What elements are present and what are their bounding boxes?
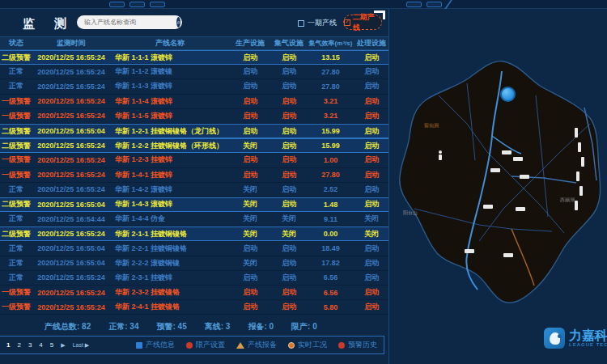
map-marker-bubble[interactable] (500, 87, 516, 102)
table-row[interactable]: 一级预警2020/12/25 16:55:24华新 1-2-3 挂镀锌启动启动1… (0, 153, 388, 167)
next-page-icon[interactable]: ▶ (61, 342, 65, 349)
cell-prod: 关闭 (230, 214, 270, 224)
table-row[interactable]: 正常2020/12/25 16:55:24华新 1-1-2 滚镀镍启动启动27.… (0, 65, 388, 79)
legend-产线报备[interactable]: 产线报备 (236, 340, 277, 350)
cell-gas: 启动 (270, 302, 308, 312)
table-row[interactable]: 正常2020/12/25 16:54:44华新 1-4-4 仿金关闭关闭9.11… (0, 212, 388, 226)
page-button[interactable]: 3 (28, 341, 32, 349)
top-tab-deco (109, 2, 125, 7)
legend-限产设置[interactable]: 限产设置 (186, 340, 225, 350)
cell-gas: 启动 (270, 154, 308, 165)
cell-treat: 启动 (354, 141, 389, 151)
district-map (390, 47, 607, 322)
legend-实时工况[interactable]: 实时工况 (288, 340, 327, 350)
summary-value: 0 (312, 322, 317, 331)
cell-name: 华新 2-3-1 挂镀锌 (110, 273, 230, 283)
cell-status: 一级预警 (0, 302, 32, 312)
map-panel[interactable]: 留仙洞阳台山西丽湖 (390, 9, 607, 364)
cell-gas: 启动 (270, 141, 308, 151)
summary-label: 报备: (248, 322, 269, 331)
summary-item: 限产: 0 (291, 321, 317, 332)
cell-gas: 启动 (270, 243, 308, 254)
cell-status: 二级预警 (0, 199, 32, 210)
cell-status: 正常 (0, 81, 32, 91)
cell-treat: 关闭 (354, 214, 389, 224)
cell-gas: 启动 (270, 111, 308, 121)
table-header: 状态 监测时间 产线名称 生产设施 集气设施 集气效率(m³/s) 处理设施 (0, 36, 388, 50)
table-row[interactable]: 二级预警2020/12/25 16:55:24华新 1-2-2 挂镀铜镍铬（环形… (0, 138, 388, 153)
cell-prod: 启动 (230, 287, 270, 298)
cell-eff: 18.49 (308, 244, 354, 252)
cell-eff: 15.99 (308, 127, 354, 135)
table-row[interactable]: 二级预警2020/12/25 16:55:04华新 1-4-3 滚镀锌关闭启动1… (0, 197, 388, 212)
cell-time: 2020/12/25 16:55:24 (32, 303, 110, 311)
triangle-icon (236, 342, 244, 349)
table-row[interactable]: 正常2020/12/25 16:55:24华新 2-3-1 挂镀锌启动启动6.5… (0, 271, 388, 286)
cell-eff: 27.80 (308, 83, 354, 91)
cell-eff: 3.21 (308, 97, 354, 105)
cell-gas: 启动 (270, 258, 308, 269)
col-treatment: 处理设施 (354, 38, 389, 49)
table-row[interactable]: 一级预警2020/12/25 16:55:24华新 2-4-1 挂镀镍铬启动启动… (0, 300, 388, 315)
summary-label: 预警: (156, 322, 177, 331)
cell-prod: 启动 (230, 66, 270, 77)
legend-label: 产线报备 (248, 340, 277, 350)
cell-name: 华新 2-3-2 挂镀镍铬 (110, 287, 230, 298)
cell-prod: 启动 (230, 154, 270, 165)
cell-name: 华新 2-2-2 滚镀铜镍 (110, 258, 230, 269)
cell-treat: 启动 (354, 273, 389, 283)
legend-预警历史[interactable]: 预警历史 (338, 340, 377, 350)
top-tab-deco (427, 2, 442, 7)
last-page-button[interactable]: Last ▶ (73, 342, 90, 349)
circle-icon (186, 342, 193, 349)
cell-status: 一级预警 (0, 287, 32, 298)
table-row[interactable]: 二级预警2020/12/25 16:55:24华新 2-1-1 挂镀铜镍铬关闭关… (0, 226, 388, 241)
circle-icon (338, 342, 345, 349)
bottom-bar: 12345▶Last ▶ 产线信息限产设置产线报备实时工况预警历史 (0, 336, 384, 354)
table-row[interactable]: 二级预警2020/12/25 16:55:24华新 1-1-1 滚镀锌启动启动1… (0, 50, 388, 65)
cell-prod: 关闭 (230, 199, 270, 210)
table-row[interactable]: 一级预警2020/12/25 16:55:24华新 2-3-2 挂镀镍铬启动启动… (0, 286, 388, 300)
cell-time: 2020/12/25 16:55:04 (32, 244, 110, 252)
cell-status: 正常 (0, 258, 32, 269)
cell-prod: 启动 (230, 111, 270, 121)
cell-status: 二级预警 (0, 141, 32, 151)
legend-产线信息[interactable]: 产线信息 (136, 340, 175, 350)
legend-label: 产线信息 (146, 340, 175, 350)
cell-eff: 0.00 (308, 230, 354, 238)
cell-name: 华新 1-2-3 挂镀锌 (110, 154, 230, 165)
legend-bar: 产线信息限产设置产线报备实时工况预警历史 (136, 340, 377, 350)
table-row[interactable]: 正常2020/12/25 16:55:24华新 1-1-3 滚镀锌启动启动27.… (0, 79, 388, 94)
cell-name: 华新 1-4-1 挂镀锌 (110, 170, 230, 180)
cell-prod: 启动 (230, 273, 270, 283)
cell-treat: 启动 (354, 154, 389, 165)
table-row[interactable]: 一级预警2020/12/25 16:55:24华新 1-1-5 滚镀锌启动启动3… (0, 109, 388, 124)
page-button[interactable]: 2 (17, 341, 20, 349)
table-row[interactable]: 一级预警2020/12/25 16:55:24华新 1-4-1 挂镀锌启动启动2… (0, 168, 388, 183)
cell-prod: 关闭 (230, 258, 270, 269)
page-button[interactable]: 4 (39, 341, 42, 349)
search-input[interactable] (77, 19, 176, 26)
search-icon[interactable]: ⌕ (176, 17, 180, 28)
table-row[interactable]: 正常2020/12/25 16:55:04华新 2-2-2 滚镀铜镍关闭启动17… (0, 256, 388, 271)
table-row[interactable]: 正常2020/12/25 16:55:24华新 1-4-2 滚镀锌关闭启动2.5… (0, 183, 388, 197)
cell-name: 华新 2-4-1 挂镀镍铬 (110, 302, 230, 312)
cell-name: 华新 1-1-2 滚镀镍 (110, 66, 230, 77)
legend-label: 预警历史 (348, 340, 377, 350)
page-button[interactable]: 1 (6, 341, 10, 349)
table-row[interactable]: 正常2020/12/25 16:55:04华新 2-2-1 挂镀铜镍铬启动启动1… (0, 241, 388, 256)
cell-time: 2020/12/25 16:55:24 (32, 156, 110, 164)
table-row[interactable]: 二级预警2020/12/25 16:55:04华新 1-2-1 挂镀铜镍铬（龙门… (0, 124, 388, 138)
phase1-checkbox[interactable]: 一期产线 (298, 18, 337, 28)
table-row[interactable]: 一级预警2020/12/25 16:55:24华新 1-1-4 滚镀锌启动启动3… (0, 95, 388, 109)
page-button[interactable]: 5 (50, 341, 53, 349)
cell-name: 华新 1-1-4 滚镀锌 (110, 96, 230, 107)
cell-name: 华新 1-1-1 滚镀锌 (110, 53, 230, 63)
cell-treat: 启动 (354, 243, 389, 254)
cell-name: 华新 1-1-5 滚镀锌 (110, 111, 230, 121)
cell-time: 2020/12/25 16:55:24 (32, 97, 110, 105)
cell-treat: 启动 (354, 199, 389, 210)
cell-eff: 27.80 (308, 68, 354, 76)
top-strip (0, 0, 607, 9)
gauge-icon (288, 342, 295, 349)
